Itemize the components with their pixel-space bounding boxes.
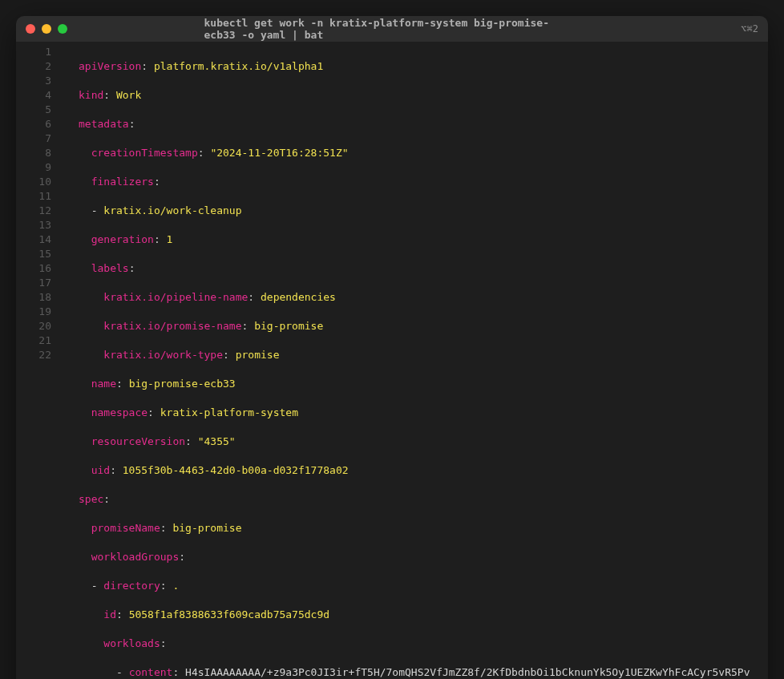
yaml-line: name: big-promise-ecb33	[79, 377, 758, 391]
yaml-key: spec	[79, 493, 103, 505]
yaml-line: finalizers:	[79, 175, 758, 189]
traffic-lights	[26, 24, 67, 34]
yaml-key: apiVersion	[79, 60, 141, 72]
yaml-line: namespace: kratix-platform-system	[79, 406, 758, 420]
yaml-line: kind: Work	[79, 88, 758, 103]
line-number: 14	[16, 232, 51, 247]
line-number: 16	[16, 261, 51, 276]
yaml-line: workloadGroups:	[79, 550, 758, 564]
yaml-line: metadata:	[79, 117, 758, 131]
yaml-key: id	[103, 608, 116, 620]
line-number: 7	[16, 131, 51, 146]
yaml-line: spec:	[79, 492, 758, 507]
yaml-value: dependencies	[261, 291, 336, 303]
line-number: 5	[16, 103, 51, 117]
yaml-line: labels:	[79, 261, 758, 276]
yaml-key: generation	[91, 233, 154, 245]
line-number-gutter: 1 2 3 4 5 6 7 8 9 10 11 12 13 14 15 16 1…	[16, 45, 64, 679]
yaml-value: 5058f1af8388633f609cadb75a75dc9d	[129, 608, 329, 620]
yaml-value: "2024-11-20T16:28:51Z"	[210, 147, 348, 159]
yaml-line: workloads:	[79, 637, 758, 651]
yaml-key: uid	[91, 464, 110, 476]
yaml-line: resourceVersion: "4355"	[79, 434, 758, 449]
yaml-key: namespace	[91, 406, 148, 418]
line-number: 10	[16, 175, 51, 189]
line-number: 13	[16, 218, 51, 232]
line-number: 11	[16, 189, 51, 204]
yaml-value: kratix.io/work-cleanup	[103, 204, 241, 216]
yaml-key: metadata	[79, 118, 129, 130]
yaml-key: resourceVersion	[91, 435, 185, 447]
yaml-line: generation: 1	[79, 232, 758, 247]
yaml-line: - kratix.io/work-cleanup	[79, 204, 758, 218]
close-button[interactable]	[26, 24, 35, 34]
yaml-key: content	[129, 666, 173, 678]
minimize-button[interactable]	[42, 24, 51, 34]
terminal-window: kubectl get work -n kratix-platform-syst…	[16, 16, 768, 679]
yaml-key: kratix.io/work-type	[103, 349, 223, 361]
yaml-value: .	[172, 580, 179, 592]
line-number: 18	[16, 290, 51, 305]
yaml-key: workloads	[103, 637, 160, 649]
yaml-value: kratix-platform-system	[160, 406, 298, 418]
yaml-value: "4355"	[198, 435, 236, 447]
line-number: 1	[16, 45, 51, 59]
line-number: 20	[16, 319, 51, 333]
yaml-line: id: 5058f1af8388633f609cadb75a75dc9d	[79, 608, 758, 622]
code-area[interactable]: apiVersion: platform.kratix.io/v1alpha1 …	[64, 45, 768, 679]
line-number: 2	[16, 59, 51, 74]
yaml-value: big-promise-ecb33	[129, 378, 236, 390]
yaml-key: name	[91, 378, 116, 390]
yaml-line: creationTimestamp: "2024-11-20T16:28:51Z…	[79, 146, 758, 160]
yaml-key: kratix.io/pipeline-name	[103, 291, 248, 303]
window-right-status: ⌥⌘2	[741, 23, 758, 34]
yaml-key: kind	[79, 89, 103, 101]
base64-content: H4sIAAAAAAAA/+z9a3Pc0JI3ir+fT5H/7omQHS2V…	[79, 666, 750, 679]
maximize-button[interactable]	[58, 24, 67, 34]
window-title: kubectl get work -n kratix-platform-syst…	[204, 17, 580, 41]
yaml-key: creationTimestamp	[91, 147, 198, 159]
yaml-line: - directory: .	[79, 579, 758, 593]
line-number: 12	[16, 204, 51, 218]
line-number: 6	[16, 117, 51, 131]
yaml-line: uid: 1055f30b-4463-42d0-b00a-d032f1778a0…	[79, 463, 758, 478]
yaml-line: promiseName: big-promise	[79, 521, 758, 536]
yaml-key: workloadGroups	[91, 551, 180, 563]
terminal-body[interactable]: 1 2 3 4 5 6 7 8 9 10 11 12 13 14 15 16 1…	[16, 42, 768, 679]
yaml-value: platform.kratix.io/v1alpha1	[154, 60, 323, 72]
line-number: 22	[16, 348, 51, 362]
line-number: 4	[16, 88, 51, 103]
yaml-line: kratix.io/work-type: promise	[79, 348, 758, 362]
yaml-value: Work	[116, 89, 141, 101]
yaml-value: big-promise	[254, 320, 323, 332]
line-number: 8	[16, 146, 51, 160]
line-number: 9	[16, 160, 51, 175]
line-number: 19	[16, 305, 51, 319]
line-number: 21	[16, 333, 51, 348]
yaml-line: kratix.io/promise-name: big-promise	[79, 319, 758, 333]
yaml-value: promise	[236, 349, 280, 361]
yaml-line: apiVersion: platform.kratix.io/v1alpha1	[79, 59, 758, 74]
yaml-key: finalizers	[91, 176, 154, 188]
yaml-key: labels	[91, 262, 129, 274]
line-number: 15	[16, 247, 51, 261]
line-number: 3	[16, 74, 51, 88]
line-number: 17	[16, 276, 51, 290]
yaml-value: big-promise	[172, 522, 241, 534]
yaml-key: promiseName	[91, 522, 160, 534]
yaml-value: 1055f30b-4463-42d0-b00a-d032f1778a02	[123, 464, 349, 476]
yaml-content-blob: - content: H4sIAAAAAAAA/+z9a3Pc0JI3ir+fT…	[79, 665, 758, 679]
yaml-key: directory	[103, 580, 160, 592]
yaml-value: 1	[167, 233, 173, 245]
yaml-line: kratix.io/pipeline-name: dependencies	[79, 290, 758, 305]
yaml-key: kratix.io/promise-name	[103, 320, 241, 332]
title-bar: kubectl get work -n kratix-platform-syst…	[16, 16, 768, 42]
